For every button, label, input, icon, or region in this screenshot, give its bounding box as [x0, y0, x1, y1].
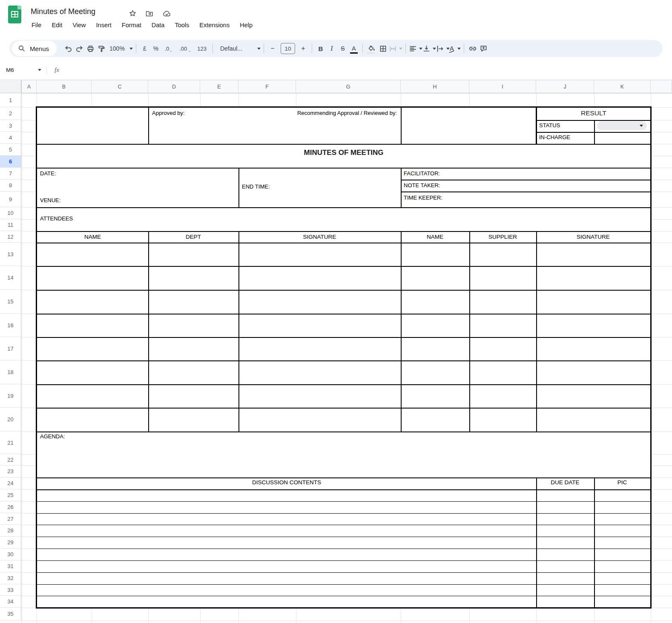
row-header-20[interactable]: 20	[0, 408, 21, 432]
format-currency-button[interactable]: £	[139, 43, 150, 54]
select-all-corner[interactable]	[0, 80, 22, 93]
more-formats-button[interactable]: 123	[194, 43, 210, 54]
row-header-33[interactable]: 33	[0, 584, 21, 596]
status-dropdown[interactable]	[597, 121, 647, 130]
text-wrap-button[interactable]	[436, 43, 450, 54]
menu-insert[interactable]: Insert	[91, 20, 117, 30]
italic-button[interactable]: I	[326, 43, 337, 54]
insert-comment-button[interactable]	[478, 43, 489, 54]
row-header-32[interactable]: 32	[0, 572, 21, 584]
name-box[interactable]: M6	[0, 67, 45, 73]
row-header-29[interactable]: 29	[0, 537, 21, 549]
row-header-35[interactable]: 35	[0, 608, 21, 620]
row-header-11[interactable]: 11	[0, 219, 21, 231]
row-header-24[interactable]: 24	[0, 477, 21, 489]
font-select[interactable]: Defaul...	[216, 43, 261, 54]
column-header-E[interactable]: E	[200, 80, 238, 93]
column-header-H[interactable]: H	[401, 80, 469, 93]
print-button[interactable]	[85, 43, 96, 54]
row-header-10[interactable]: 10	[0, 207, 21, 219]
row-header-14[interactable]: 14	[0, 266, 21, 290]
text-rotation-button[interactable]: A	[450, 43, 461, 54]
row-header-1[interactable]: 1	[0, 93, 21, 107]
font-size-input[interactable]: 10	[281, 43, 295, 54]
row-header-28[interactable]: 28	[0, 525, 21, 537]
row-header-17[interactable]: 17	[0, 337, 21, 360]
row-header-22[interactable]: 22	[0, 454, 21, 466]
row-header-3[interactable]: 3	[0, 120, 21, 132]
horizontal-align-button[interactable]	[409, 43, 422, 54]
move-folder-icon[interactable]	[145, 10, 154, 19]
merge-cells-button[interactable]	[389, 43, 402, 54]
row-header-2[interactable]: 2	[0, 107, 21, 120]
decrease-decimal-button[interactable]: .0←	[161, 43, 176, 54]
row-header-13[interactable]: 13	[0, 243, 21, 266]
menu-edit[interactable]: Edit	[46, 20, 67, 30]
menu-tools[interactable]: Tools	[169, 20, 194, 30]
menu-help[interactable]: Help	[235, 20, 258, 30]
text-color-button[interactable]: A	[348, 43, 359, 54]
menus-search-button[interactable]: Menus	[12, 41, 57, 56]
document-title[interactable]: Minutes of Meeting	[31, 7, 95, 16]
row-header-12[interactable]: 12	[0, 231, 21, 243]
column-header-D[interactable]: D	[148, 80, 200, 93]
titlebar: Minutes of Meeting File Edit View Insert…	[0, 0, 672, 37]
row-header-16[interactable]: 16	[0, 314, 21, 337]
fill-color-button[interactable]	[366, 43, 378, 54]
zoom-select[interactable]: 100%	[107, 43, 133, 54]
column-header-G[interactable]: G	[296, 80, 401, 93]
decrease-font-size-button[interactable]: −	[267, 43, 278, 54]
row-header-21[interactable]: 21	[0, 432, 21, 454]
formula-input[interactable]	[59, 60, 672, 80]
strikethrough-button[interactable]: S	[337, 43, 348, 54]
insert-link-button[interactable]	[467, 43, 478, 54]
form-border-line	[37, 408, 650, 409]
row-header-30[interactable]: 30	[0, 549, 21, 560]
row-header-18[interactable]: 18	[0, 360, 21, 384]
menu-extensions[interactable]: Extensions	[194, 20, 235, 30]
row-header-6[interactable]: 6	[0, 156, 21, 168]
paint-format-button[interactable]	[96, 43, 107, 54]
menu-data[interactable]: Data	[146, 20, 170, 30]
sheets-logo-icon[interactable]	[8, 6, 21, 23]
row-header-15[interactable]: 15	[0, 290, 21, 314]
column-header-C[interactable]: C	[92, 80, 148, 93]
form-border-line	[37, 477, 650, 478]
column-header-A[interactable]: A	[22, 80, 37, 93]
row-header-26[interactable]: 26	[0, 501, 21, 513]
column-header-J[interactable]: J	[536, 80, 594, 93]
row-header-23[interactable]: 23	[0, 466, 21, 477]
row-header-34[interactable]: 34	[0, 596, 21, 608]
row-header-5[interactable]: 5	[0, 144, 21, 156]
menu-file[interactable]: File	[26, 20, 46, 30]
column-header-F[interactable]: F	[238, 80, 296, 93]
increase-font-size-button[interactable]: +	[298, 43, 309, 54]
star-icon[interactable]	[129, 9, 137, 19]
facilitator-label: FACILITATOR:	[404, 170, 440, 177]
undo-button[interactable]	[63, 43, 74, 54]
menu-view[interactable]: View	[67, 20, 91, 30]
column-header-I[interactable]: I	[469, 80, 536, 93]
row-header-8[interactable]: 8	[0, 180, 21, 191]
column-header-partial[interactable]	[651, 80, 672, 93]
menu-format[interactable]: Format	[117, 20, 146, 30]
row-header-19[interactable]: 19	[0, 384, 21, 408]
cloud-saved-icon[interactable]	[162, 10, 172, 19]
bold-button[interactable]: B	[315, 43, 326, 54]
redo-button[interactable]	[74, 43, 85, 54]
vertical-align-button[interactable]	[422, 43, 436, 54]
row-header-7[interactable]: 7	[0, 168, 21, 180]
row-header-25[interactable]: 25	[0, 489, 21, 501]
row-header-27[interactable]: 27	[0, 513, 21, 525]
row-header-9[interactable]: 9	[0, 191, 21, 207]
row-header-4[interactable]: 4	[0, 132, 21, 144]
row-header-31[interactable]: 31	[0, 560, 21, 572]
column-header-K[interactable]: K	[594, 80, 651, 93]
column-header-B[interactable]: B	[37, 80, 92, 93]
format-percent-button[interactable]: %	[150, 43, 161, 54]
increase-decimal-button[interactable]: .00→	[176, 43, 194, 54]
form-border-line	[37, 572, 650, 573]
form-border-line	[401, 180, 650, 180]
borders-button[interactable]	[378, 43, 389, 54]
form-border-line	[37, 266, 650, 267]
